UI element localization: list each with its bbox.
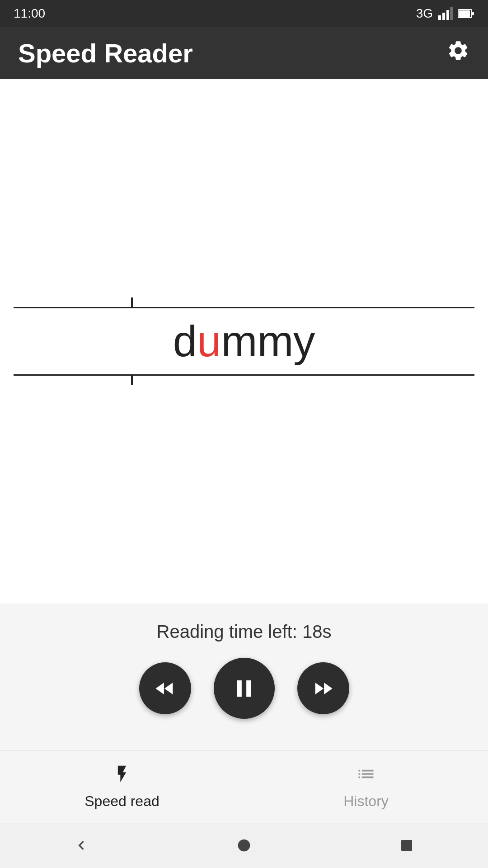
svg-rect-3 [450,7,453,20]
recent-button[interactable] [393,832,420,859]
app-header: Speed Reader [0,27,488,79]
nav-item-speed-read[interactable]: Speed read [0,764,244,810]
svg-rect-5 [459,10,470,17]
main-content: dummy [0,79,488,604]
nav-item-history[interactable]: History [244,764,488,810]
battery-icon [458,9,474,19]
reader-area: dummy [0,307,488,376]
speed-read-icon [112,764,132,788]
system-nav [0,823,488,868]
word-highlight: u [197,316,221,366]
fast-forward-icon [311,677,335,700]
playback-controls [139,658,349,741]
status-bar: 11:00 3G [0,0,488,27]
svg-rect-6 [472,12,474,15]
fast-forward-button[interactable] [297,662,349,714]
rewind-button[interactable] [139,662,191,714]
pause-button[interactable] [214,658,275,719]
svg-rect-2 [446,10,449,20]
signal-icon [438,7,453,20]
settings-icon[interactable] [446,39,470,68]
pause-icon [230,675,258,703]
svg-rect-1 [442,13,445,20]
home-icon [235,836,253,854]
app-title: Speed Reader [18,38,193,68]
status-time: 11:00 [14,6,45,21]
home-button[interactable] [230,832,258,859]
rewind-icon [153,677,177,700]
status-icons: 3G [416,6,474,21]
svg-rect-8 [401,840,412,851]
network-label: 3G [416,6,433,21]
reading-time-label: Reading time left: 18s [157,604,332,658]
recent-icon [399,837,415,854]
svg-point-7 [238,840,250,852]
back-button[interactable] [68,832,95,859]
history-label: History [343,793,389,810]
reader-word: dummy [173,308,315,374]
bottom-controls: Reading time left: 18s [0,604,488,750]
word-before: d [173,316,197,366]
bottom-nav: Speed read History [0,750,488,823]
reader-line-bottom [14,374,474,376]
reader-line-top [14,307,474,308]
word-after: mmy [221,316,315,366]
back-icon [72,836,90,854]
speed-read-label: Speed read [84,793,159,810]
svg-rect-0 [438,15,441,20]
history-icon [356,764,376,788]
